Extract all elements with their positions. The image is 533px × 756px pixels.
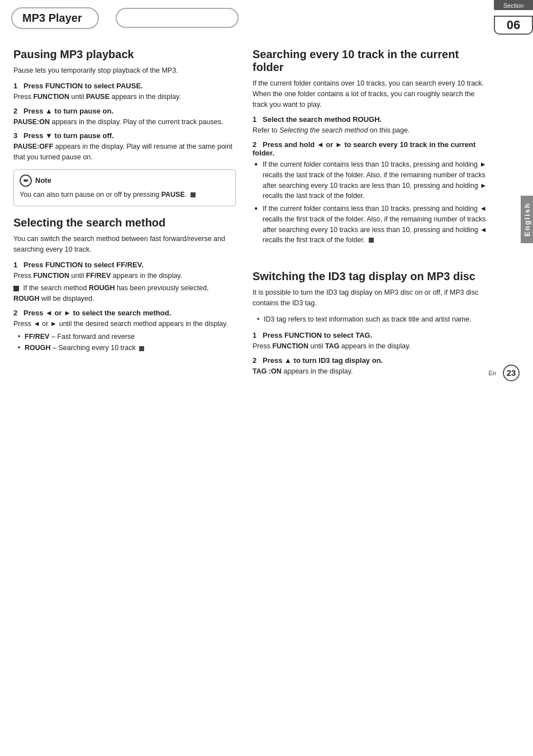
search10-step-2-heading: 2 Press and hold ◄ or ► to search every …: [253, 140, 487, 157]
search10-end-marker: [369, 238, 374, 243]
select-step-2-heading: 2 Press ◄ or ► to select the search meth…: [13, 309, 236, 317]
selecting-search-desc: You can switch the search method between…: [13, 234, 236, 255]
switching-id3-title: Switching the ID3 tag display on MP3 dis…: [253, 270, 487, 283]
page-title: MP3 Player: [11, 7, 99, 29]
bullet-ffrev: FF/REV – Fast forward and reverse: [16, 332, 236, 342]
pausing-section: Pausing MP3 playback Pause lets you temp…: [13, 48, 236, 206]
search10-bullet-2: If the current folder contains less than…: [255, 204, 487, 245]
id3-bullets: ID3 tag refers to text information such …: [253, 314, 487, 325]
searching-10-section: Searching every 10 track in the current …: [253, 48, 487, 245]
page-header: MP3 Player Section 06: [0, 0, 533, 34]
page-number: 23: [503, 365, 520, 381]
id3-step-1-heading: 1 Press FUNCTION to select TAG.: [253, 331, 487, 339]
id3-step-1: 1 Press FUNCTION to select TAG. Press FU…: [253, 331, 487, 352]
language-tab: English: [521, 196, 533, 243]
section-number: 06: [494, 16, 533, 35]
select-step-1-heading: 1 Press FUNCTION to select FF/REV.: [13, 261, 236, 269]
pausing-step-2-body: PAUSE:ON appears in the display. Play of…: [13, 117, 236, 127]
note-text: You can also turn pause on or off by pre…: [20, 190, 229, 200]
search10-step-2: 2 Press and hold ◄ or ► to search every …: [253, 140, 487, 245]
searching-10-title: Searching every 10 track in the current …: [253, 48, 487, 74]
select-step-2-bullets: FF/REV – Fast forward and reverse ROUGH …: [13, 332, 236, 354]
pausing-step-1-body: Press FUNCTION until PAUSE appears in th…: [13, 92, 236, 102]
id3-step-2: 2 Press ▲ to turn ID3 tag display on. TA…: [253, 356, 487, 377]
id3-bullet-1: ID3 tag refers to text information such …: [255, 314, 487, 325]
search10-step-1: 1 Select the search method ROUGH. Refer …: [253, 115, 487, 136]
note-box: Note You can also turn pause on or off b…: [13, 169, 236, 206]
en-label: En: [489, 370, 496, 376]
right-column: Searching every 10 track in the current …: [246, 39, 497, 387]
select-step-1-extra: If the search method ROUGH has been prev…: [13, 283, 236, 304]
select-step-1-body: Press FUNCTION until FF/REV appears in t…: [13, 271, 236, 281]
left-column: Pausing MP3 playback Pause lets you temp…: [0, 39, 246, 387]
main-content: Pausing MP3 playback Pause lets you temp…: [0, 34, 533, 387]
pausing-step-2-heading: 2 Press ▲ to turn pause on.: [13, 107, 236, 115]
note-title: Note: [35, 176, 51, 185]
search10-bullets: If the current folder contains less than…: [253, 159, 487, 245]
id3-step-2-heading: 2 Press ▲ to turn ID3 tag display on.: [253, 356, 487, 365]
search10-bullet-1: If the current folder contains less than…: [255, 159, 487, 201]
select-step-1: 1 Press FUNCTION to select FF/REV. Press…: [13, 261, 236, 304]
id3-step-1-body: Press FUNCTION until TAG appears in the …: [253, 341, 487, 352]
select-step-2-body: Press ◄ or ► until the desired search me…: [13, 319, 236, 329]
note-icon: [20, 174, 32, 187]
page-number-bar: En 23: [489, 365, 520, 381]
bullet-rough: ROUGH – Searching every 10 track: [16, 343, 236, 353]
pausing-desc: Pause lets you temporarily stop playback…: [13, 65, 236, 76]
search10-step-1-heading: 1 Select the search method ROUGH.: [253, 115, 487, 124]
id3-step-2-body: TAG :ON appears in the display.: [253, 366, 487, 377]
pausing-step-3-heading: 3 Press ▼ to turn pause off.: [13, 131, 236, 140]
switching-id3-section: Switching the ID3 tag display on MP3 dis…: [253, 270, 487, 377]
note-label: Note: [20, 174, 229, 187]
pausing-step-1: 1 Press FUNCTION to select PAUSE. Press …: [13, 82, 236, 102]
select-step-2: 2 Press ◄ or ► to select the search meth…: [13, 309, 236, 353]
header-oval: [116, 8, 239, 28]
selecting-search-title: Selecting the search method: [13, 216, 236, 229]
search10-step-1-body: Refer to Selecting the search method on …: [253, 125, 487, 136]
selecting-search-section: Selecting the search method You can swit…: [13, 216, 236, 353]
switching-id3-desc: It is possible to turn the ID3 tag displ…: [253, 287, 487, 309]
pausing-step-1-heading: 1 Press FUNCTION to select PAUSE.: [13, 82, 236, 90]
pausing-title: Pausing MP3 playback: [13, 48, 236, 61]
rough-end-marker: [139, 346, 144, 351]
pausing-step-2: 2 Press ▲ to turn pause on. PAUSE:ON app…: [13, 107, 236, 127]
pausing-step-3: 3 Press ▼ to turn pause off. PAUSE:OFF a…: [13, 131, 236, 163]
pausing-step-3-body: PAUSE:OFF appears in the display. Play w…: [13, 141, 236, 163]
searching-10-desc: If the current folder contains over 10 t…: [253, 78, 487, 110]
section-label: Section: [494, 0, 533, 10]
end-marker: [191, 192, 196, 197]
